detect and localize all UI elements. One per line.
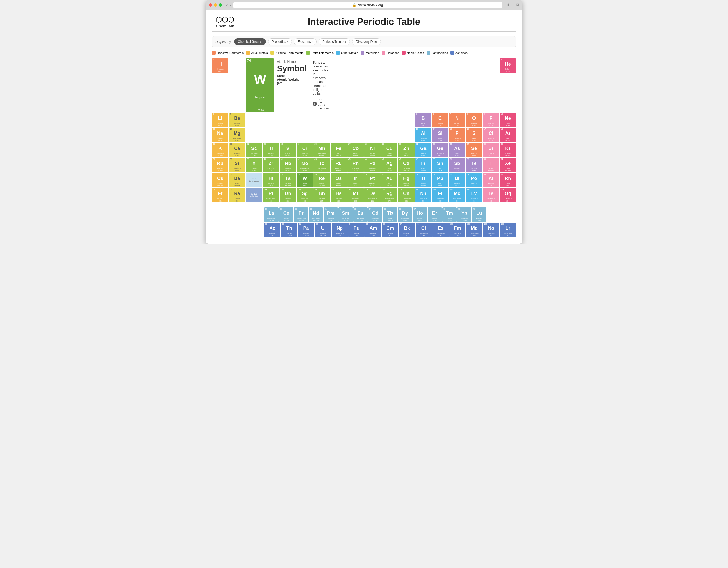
- back-button[interactable]: ‹: [226, 3, 228, 8]
- element-Sg[interactable]: 106 Sg Seaborgium 266: [297, 188, 313, 202]
- element-Cs[interactable]: 55 Cs Cesium 132.905: [212, 173, 228, 187]
- element-Te[interactable]: 52 Te Tellurium 127.6: [466, 158, 482, 172]
- element-N[interactable]: 7 N Nitrogen 14.007: [449, 113, 465, 127]
- element-Pu[interactable]: 94 Pu Plutonium 244: [348, 223, 365, 237]
- element-Ru[interactable]: 44 Ru Ruthenium 101.07: [331, 158, 347, 172]
- maximize-button[interactable]: [219, 3, 222, 7]
- element-Si[interactable]: 14 Si Silicon 28.086: [432, 128, 448, 142]
- element-Cn[interactable]: 112 Cn Copernicium 285: [398, 188, 414, 202]
- element-Np[interactable]: 93 Np Neptunium 237: [332, 223, 348, 237]
- filter-electrons[interactable]: Electrons ›: [294, 38, 317, 45]
- element-Fe[interactable]: 26 Fe Iron 55.845: [331, 143, 347, 157]
- element-Cd[interactable]: 48 Cd Cadmium 112.411: [398, 158, 414, 172]
- element-Po[interactable]: 84 Po Polonium 210: [466, 173, 482, 187]
- element-Hg[interactable]: 80 Hg Mercury 200.59: [398, 173, 414, 187]
- element-La[interactable]: 57 La Lanthanum 138.905: [264, 208, 278, 222]
- element-Ar[interactable]: 18 Ar Argon 39.948: [500, 128, 516, 142]
- element-Be[interactable]: 4 Be Beryllium 9.012: [229, 113, 245, 127]
- element-Am[interactable]: 95 Am Americium 243: [365, 223, 381, 237]
- element-Ta[interactable]: 73 Ta Tantalum 180.948: [280, 173, 296, 187]
- element-Lr[interactable]: 103 Lr Lawrencium 262: [500, 223, 516, 237]
- element-Lv[interactable]: 116 Lv Livermorium 292: [466, 188, 482, 202]
- element-Tc[interactable]: 43 Tc Technetium 98: [313, 158, 330, 172]
- element-Gd[interactable]: 64 Gd Gadolinium 157.25: [368, 208, 382, 222]
- element-Tb[interactable]: 65 Tb Terbium 158.925: [383, 208, 397, 222]
- element-Ir[interactable]: 77 Ir Iridium 192.217: [347, 173, 364, 187]
- element-Pd[interactable]: 46 Pd Palladium 106.42: [364, 158, 381, 172]
- element-Dy[interactable]: 66 Dy Dysprosium 162.5: [398, 208, 412, 222]
- element-Rn[interactable]: 86 Rn Radon 222: [500, 173, 516, 187]
- element-Cu[interactable]: 29 Cu Copper 63.546: [381, 143, 397, 157]
- element-C[interactable]: 6 C Carbon 12.011: [432, 113, 448, 127]
- element-Ti[interactable]: 22 Ti Titanium 47.867: [263, 143, 279, 157]
- element-Fm[interactable]: 100 Fm Fermium 257: [449, 223, 466, 237]
- element-Sm[interactable]: 62 Sm Samarium 150.36: [338, 208, 353, 222]
- element-Cf[interactable]: 98 Cf Californium 251: [416, 223, 432, 237]
- element-U[interactable]: 92 U Uranium 238.029: [315, 223, 331, 237]
- element-Ga[interactable]: 31 Ga Gallium 69.723: [415, 143, 431, 157]
- element-Sn[interactable]: 50 Sn Tin 118.71: [432, 158, 448, 172]
- element-Bi[interactable]: 83 Bi Bismuth 208.98: [449, 173, 465, 187]
- element-Rh[interactable]: 45 Rh Rhodium 102.906: [347, 158, 364, 172]
- filter-periodic-trends[interactable]: Periodic Trends ›: [319, 38, 350, 45]
- element-V[interactable]: 23 V Vanadium 50.942: [280, 143, 296, 157]
- element-F[interactable]: 9 F Fluorine 18.998: [483, 113, 499, 127]
- element-Hs[interactable]: 108 Hs Hassium 267: [331, 188, 347, 202]
- element-Ca[interactable]: 20 Ca Calcium 40.078: [229, 143, 245, 157]
- forward-button[interactable]: ›: [230, 3, 231, 8]
- element-Na[interactable]: 11 Na Sodium 22.99: [212, 128, 228, 142]
- element-Mo[interactable]: 42 Mo Molybdenum 95.96: [297, 158, 313, 172]
- element-Se[interactable]: 34 Se Selenium 78.96: [466, 143, 482, 157]
- element-Cm[interactable]: 96 Cm Curium 247: [382, 223, 398, 237]
- element-Ts[interactable]: 117 Ts Tennessine 288: [483, 188, 499, 202]
- tabs-icon[interactable]: ⧉: [516, 3, 519, 8]
- filter-chemical-groups[interactable]: Chemical Groups: [234, 38, 266, 45]
- filter-discovery-date[interactable]: Discovery Date: [352, 38, 381, 45]
- element-Tl[interactable]: 81 Tl Thallium 204.383: [415, 173, 431, 187]
- element-Au[interactable]: 79 Au Gold 196.967: [381, 173, 397, 187]
- element-Nb[interactable]: 41 Nb Niobium 92.906: [280, 158, 296, 172]
- element-Ge[interactable]: 32 Ge Germanium 72.64: [432, 143, 448, 157]
- element-Pb[interactable]: 82 Pb Lead 207.2: [432, 173, 448, 187]
- element-Rb[interactable]: 37 Rb Rubidium 85.468: [212, 158, 228, 172]
- element-Pa[interactable]: 91 Pa Protactinium 231.036: [298, 223, 314, 237]
- element-Ni[interactable]: 28 Ni Nickel 58.693: [364, 143, 381, 157]
- element-Ag[interactable]: 47 Ag Silver 107.868: [381, 158, 397, 172]
- element-Fl[interactable]: 114 Fl Flerovium 289: [432, 188, 448, 202]
- element-Fr[interactable]: 87 Fr Francium 223: [212, 188, 228, 202]
- element-Ho[interactable]: 67 Ho Holmium 164.93: [413, 208, 427, 222]
- element-Og[interactable]: 118 Og Oganesson 294: [500, 188, 516, 202]
- element-Th[interactable]: 90 Th Thorium 232.038: [281, 223, 297, 237]
- element-S[interactable]: 16 S Sulfur 32.065: [466, 128, 482, 142]
- element-Er[interactable]: 68 Er Erbium 167.259: [428, 208, 442, 222]
- element-As[interactable]: 33 As Arsenic 74.922: [449, 143, 465, 157]
- element-Zr[interactable]: 40 Zr Zirconium 91.224: [263, 158, 279, 172]
- element-Ce[interactable]: 58 Ce Cerium 140.116: [279, 208, 293, 222]
- new-tab-icon[interactable]: +: [512, 3, 514, 8]
- element-Li[interactable]: 3 Li Lithium 6.941: [212, 113, 228, 127]
- element-Br[interactable]: 35 Br Bromine 79.904: [483, 143, 499, 157]
- element-Y[interactable]: 39 Y Yttrium 88.906: [246, 158, 262, 172]
- element-Hf[interactable]: 72 Hf Hafnium 178.49: [263, 173, 279, 187]
- element-Pr[interactable]: 59 Pr Praseodymium 140.908: [294, 208, 308, 222]
- minimize-button[interactable]: [214, 3, 217, 7]
- element-I[interactable]: 53 I Iodine 126.904: [483, 158, 499, 172]
- element-Mt[interactable]: 109 Mt Meitnerium 268: [347, 188, 364, 202]
- filter-properties[interactable]: Properties ›: [268, 38, 292, 45]
- element-Os[interactable]: 76 Os Osmium 190.23: [331, 173, 347, 187]
- element-Mg[interactable]: 12 Mg Magnesium 24.305: [229, 128, 245, 142]
- learn-more-link[interactable]: › Learn more about tungsten: [313, 98, 329, 110]
- element-Eu[interactable]: 63 Eu Europium 151.964: [353, 208, 368, 222]
- element-Db[interactable]: 105 Db Dubnium 262: [280, 188, 296, 202]
- element-Cl[interactable]: 17 Cl Chlorine 35.453: [483, 128, 499, 142]
- element-He[interactable]: 2 He Helium 4.002: [500, 58, 516, 73]
- element-Re[interactable]: 75 Re Rhenium 186.207: [313, 173, 330, 187]
- element-O[interactable]: 8 O Oxygen 15.999: [466, 113, 482, 127]
- element-Ba[interactable]: 56 Ba Barium 137.327: [229, 173, 245, 187]
- share-icon[interactable]: ⬆: [506, 3, 510, 8]
- element-Ra[interactable]: 88 Ra Radium 226: [229, 188, 245, 202]
- element-Es[interactable]: 99 Es Einsteinium 252: [432, 223, 449, 237]
- element-In[interactable]: 49 In Indium 114.818: [415, 158, 431, 172]
- element-Ac[interactable]: 89 Ac Actinium 227: [264, 223, 280, 237]
- element-Pm[interactable]: 61 Pm Promethium 145: [324, 208, 338, 222]
